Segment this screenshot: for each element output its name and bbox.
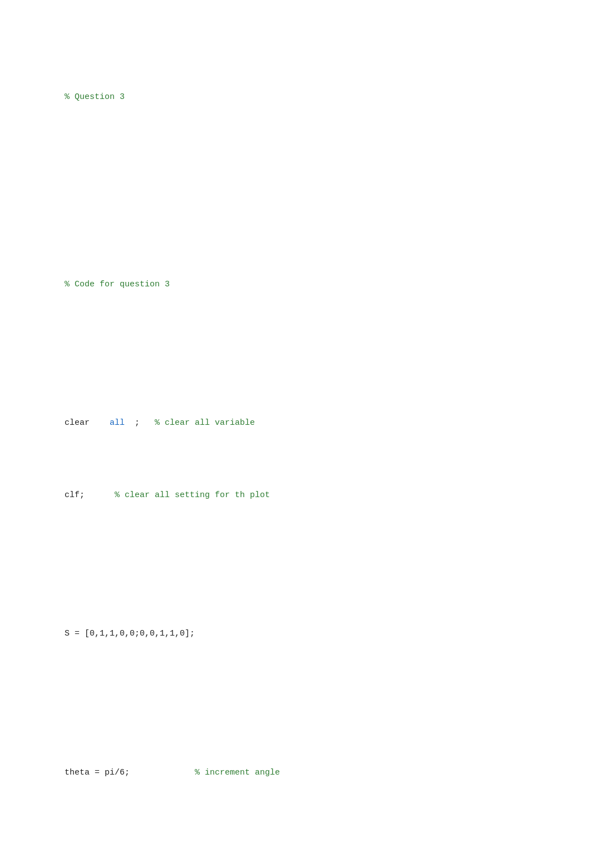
question-title: % Question 3 xyxy=(45,76,546,119)
clear-line: clear all ; % clear all variable xyxy=(45,402,546,445)
s-assign-line: S = [0,1,1,0,0;0,0,1,1,0]; xyxy=(45,613,546,656)
code-container: % Question 3 % Code for question 3 clear… xyxy=(45,33,546,868)
code-title: % Code for question 3 xyxy=(45,263,546,306)
clf-line: clf; % clear all setting for th plot xyxy=(45,474,546,517)
theta-line: theta = pi/6; % increment angle xyxy=(45,751,546,794)
